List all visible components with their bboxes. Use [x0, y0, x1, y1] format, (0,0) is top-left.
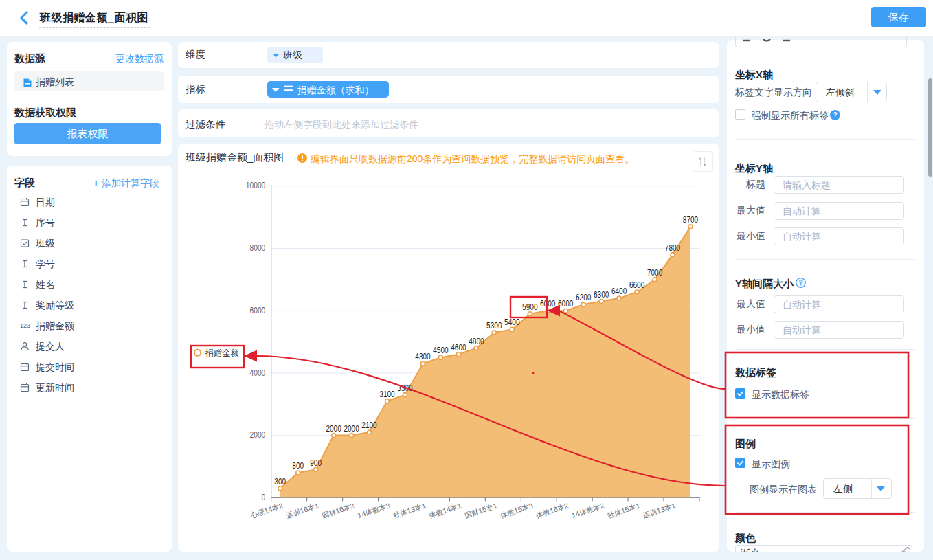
svg-text:?: ? — [798, 279, 802, 287]
svg-text:?: ? — [833, 111, 837, 119]
